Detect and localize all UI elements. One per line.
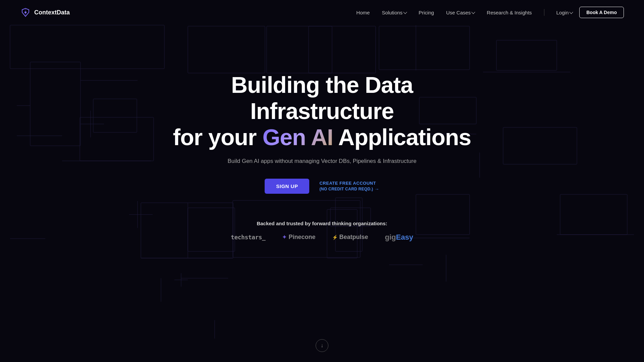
logo-text: ContextData — [34, 9, 70, 16]
nav-right: Login Book A Demo — [556, 7, 624, 18]
book-demo-button[interactable]: Book A Demo — [579, 7, 624, 18]
arrow-right-icon: → — [374, 186, 379, 192]
logo-link[interactable]: ContextData — [20, 7, 70, 18]
scroll-indicator[interactable]: ↓ — [316, 339, 328, 352]
nav-links: Home Solutions Pricing Use Cases Researc… — [356, 10, 532, 15]
trusted-title: Backed and trusted by forward thinking o… — [257, 221, 387, 226]
beatpulse-icon: ⚡ — [332, 235, 338, 240]
gigeasy-logo: gigEasy — [385, 233, 413, 242]
beatpulse-logo: ⚡ Beatpulse — [332, 234, 368, 241]
scroll-down-icon: ↓ — [321, 343, 323, 349]
hero-subtitle: Build Gen AI apps without managing Vecto… — [227, 158, 416, 165]
nav-home[interactable]: Home — [356, 10, 370, 15]
sign-up-button[interactable]: SIGN UP — [265, 179, 309, 194]
hero-actions: SIGN UP CREATE FREE ACCOUNT (NO CREDIT C… — [265, 179, 379, 194]
create-account-link[interactable]: CREATE FREE ACCOUNT (NO CREDIT CARD REQD… — [319, 181, 379, 192]
chevron-down-icon — [570, 10, 573, 14]
techstars-logo: techstars_ — [231, 234, 265, 241]
nav-use-cases[interactable]: Use Cases — [446, 10, 475, 15]
logo-icon — [20, 7, 31, 18]
navigation: ContextData Home Solutions Pricing Use C… — [0, 0, 644, 25]
chevron-down-icon — [472, 10, 475, 14]
hero-title: Building the Data Infrastructure for you… — [171, 72, 473, 150]
nav-divider — [544, 9, 544, 16]
chevron-down-icon — [403, 10, 407, 14]
login-button[interactable]: Login — [556, 10, 573, 15]
create-account-sublabel: (NO CREDIT CARD REQD.) → — [319, 186, 379, 192]
trusted-logos: techstars_ ✦ Pinecone ⚡ Beatpulse gigEas… — [231, 233, 413, 242]
hero-highlight: Gen AI — [262, 124, 333, 150]
hero-section: Building the Data Infrastructure for you… — [0, 25, 644, 194]
create-account-label: CREATE FREE ACCOUNT — [319, 181, 376, 186]
nav-solutions[interactable]: Solutions — [382, 10, 407, 15]
nav-research[interactable]: Research & Insights — [487, 10, 532, 15]
pinecone-logo: ✦ Pinecone — [282, 234, 315, 241]
svg-point-43 — [24, 11, 26, 13]
trusted-section: Backed and trusted by forward thinking o… — [0, 221, 644, 242]
nav-pricing[interactable]: Pricing — [419, 10, 434, 15]
pinecone-icon: ✦ — [282, 234, 286, 240]
